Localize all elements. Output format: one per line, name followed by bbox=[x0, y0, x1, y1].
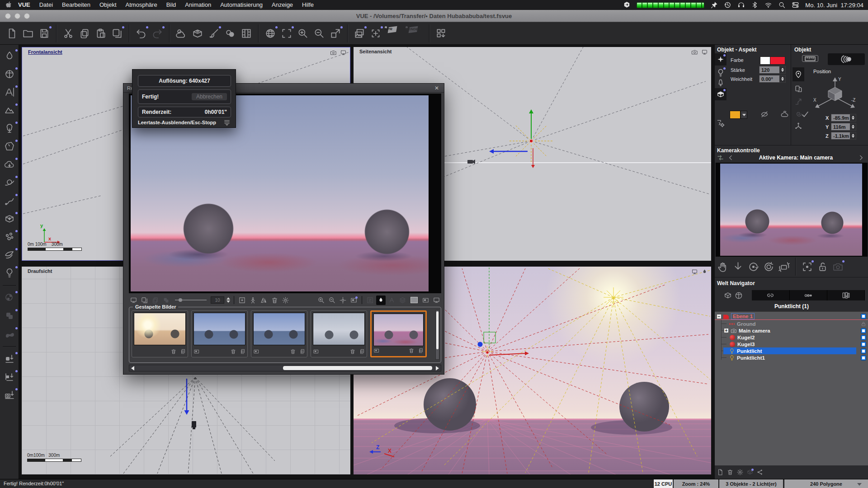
object-editor-icon[interactable] bbox=[189, 25, 206, 42]
softness-field[interactable]: 0.00° bbox=[759, 75, 786, 83]
show-alpha-icon[interactable] bbox=[365, 296, 375, 305]
cloud-layer-icon[interactable] bbox=[3, 158, 16, 171]
show-thumb-icon[interactable] bbox=[252, 348, 260, 356]
cut-icon[interactable] bbox=[60, 25, 76, 42]
animation-wizard-icon[interactable] bbox=[238, 25, 255, 42]
copy-thumb-icon[interactable] bbox=[417, 347, 425, 355]
show-thumb-icon[interactable] bbox=[193, 348, 200, 356]
thumbnail-scrollbar-horizontal[interactable] bbox=[129, 365, 441, 371]
position-tab[interactable] bbox=[793, 67, 804, 81]
visibility-checkbox[interactable] bbox=[861, 342, 866, 347]
background-color-swatch[interactable] bbox=[410, 297, 418, 303]
time-machine-icon[interactable] bbox=[724, 1, 731, 9]
import-object-icon[interactable] bbox=[3, 212, 16, 225]
copy-thumb-icon[interactable] bbox=[358, 348, 366, 356]
previous-camera-icon[interactable] bbox=[727, 154, 735, 162]
tree-item-kugel2[interactable]: Kugel2 bbox=[715, 334, 868, 341]
swap-camera-icon[interactable] bbox=[717, 154, 724, 162]
scale-tab[interactable] bbox=[793, 95, 804, 108]
copy-thumb-icon[interactable] bbox=[239, 348, 246, 356]
copy-thumb-icon[interactable] bbox=[298, 348, 306, 356]
tree-item-label[interactable]: Punktlicht1 bbox=[737, 355, 765, 361]
tree-item-label[interactable]: Kugel2 bbox=[737, 335, 755, 340]
orbit-camera-icon[interactable] bbox=[745, 259, 761, 274]
stacked-image-5-selected[interactable] bbox=[370, 310, 427, 357]
spline-icon[interactable] bbox=[3, 194, 16, 207]
terrain-icon[interactable] bbox=[3, 103, 16, 117]
menu-anzeige[interactable]: Anzeige bbox=[267, 0, 297, 10]
snap-object-icon[interactable] bbox=[3, 370, 16, 384]
zoom-value-field[interactable]: 10 bbox=[211, 296, 224, 304]
tree-item-ground[interactable]: Ground bbox=[715, 320, 868, 327]
intensity-stepper[interactable] bbox=[779, 66, 785, 73]
visibility-checkbox[interactable] bbox=[861, 348, 866, 354]
boolean-op-icon[interactable] bbox=[3, 291, 16, 305]
delete-image-icon[interactable] bbox=[270, 296, 279, 305]
aim-camera-icon[interactable] bbox=[799, 259, 815, 274]
edit-object-icon[interactable] bbox=[745, 468, 755, 477]
copy-image-icon[interactable] bbox=[140, 296, 149, 305]
gizmo-color-dropdown[interactable] bbox=[741, 111, 747, 119]
thumbnail-image[interactable] bbox=[313, 313, 365, 345]
animation-phases-button[interactable] bbox=[828, 53, 865, 65]
cancel-button[interactable]: Abbrechen bbox=[192, 93, 227, 100]
menu-atmosphaere[interactable]: Atmosphäre bbox=[121, 0, 162, 10]
thumbnail-image[interactable] bbox=[193, 313, 245, 345]
visibility-checkbox[interactable] bbox=[861, 328, 866, 333]
show-color-icon[interactable] bbox=[376, 296, 386, 305]
flip-image-icon[interactable] bbox=[259, 296, 269, 305]
position-y-field[interactable]: 116m bbox=[831, 123, 856, 131]
wind-icon[interactable] bbox=[3, 248, 16, 262]
delete-item-icon[interactable] bbox=[726, 468, 735, 477]
rotation-tab[interactable] bbox=[793, 83, 804, 95]
tree-item-label[interactable]: Main camera bbox=[739, 328, 770, 333]
zoom-indicator[interactable]: Zoom : 24% bbox=[673, 479, 718, 488]
metablob-group-icon[interactable] bbox=[3, 327, 16, 341]
delete-thumb-icon[interactable] bbox=[349, 348, 356, 356]
light-gel-tab[interactable] bbox=[715, 76, 726, 89]
tab-links[interactable] bbox=[752, 290, 789, 300]
duplicate-icon[interactable] bbox=[109, 25, 125, 42]
scroll-right-icon[interactable] bbox=[436, 366, 439, 371]
thumbnail-image[interactable] bbox=[373, 314, 424, 346]
npr-render-icon[interactable] bbox=[384, 25, 405, 42]
material-editor-icon[interactable] bbox=[206, 25, 222, 42]
wifi-icon[interactable] bbox=[764, 1, 772, 9]
drop-camera-icon[interactable] bbox=[3, 388, 16, 402]
scroll-left-icon[interactable] bbox=[131, 366, 134, 371]
boolean-intersect-icon[interactable] bbox=[3, 309, 16, 323]
stacked-image-2[interactable] bbox=[191, 310, 248, 357]
expand-toggle[interactable]: + bbox=[724, 328, 729, 333]
tab-objects[interactable] bbox=[715, 290, 752, 300]
show-thumb-icon[interactable] bbox=[312, 348, 320, 356]
fit-image-icon[interactable] bbox=[349, 296, 359, 305]
render-options-icon[interactable] bbox=[405, 25, 425, 42]
zoom-out-icon[interactable] bbox=[327, 296, 337, 305]
open-scene-icon[interactable] bbox=[20, 25, 36, 42]
lock-camera-icon[interactable] bbox=[815, 259, 830, 274]
x-stepper[interactable] bbox=[850, 114, 856, 121]
close-icon[interactable]: ✕ bbox=[433, 85, 440, 91]
visibility-checkbox[interactable] bbox=[861, 335, 866, 340]
rock-icon[interactable] bbox=[3, 140, 16, 153]
fit-view-icon[interactable] bbox=[327, 25, 344, 42]
pan-camera-icon[interactable] bbox=[715, 259, 730, 274]
drop-object-icon[interactable] bbox=[3, 352, 16, 366]
polygon-count[interactable]: 240 Polygone bbox=[784, 479, 868, 488]
tree-item-punktlicht1[interactable]: Punktlicht1 bbox=[715, 354, 868, 361]
new-scene-icon[interactable] bbox=[4, 25, 20, 42]
tree-item-kugel3[interactable]: Kugel3 bbox=[715, 341, 868, 347]
roll-camera-icon[interactable] bbox=[761, 259, 776, 274]
vegetation-icon[interactable] bbox=[3, 122, 16, 135]
viewport-display-options-icon[interactable] bbox=[340, 49, 347, 56]
viewport-camera-toggle-icon[interactable] bbox=[330, 49, 337, 56]
planet-icon[interactable] bbox=[3, 67, 16, 81]
tree-item-label[interactable]: Ground bbox=[737, 321, 756, 327]
apple-menu-icon[interactable] bbox=[5, 0, 14, 9]
position-z-field[interactable]: -1.1km bbox=[831, 132, 856, 140]
material-summary-icon[interactable] bbox=[222, 25, 238, 42]
render-area-icon[interactable] bbox=[278, 25, 295, 42]
save-scene-icon[interactable] bbox=[36, 25, 52, 42]
atmosphere-effect-icon[interactable] bbox=[780, 110, 789, 119]
render-scene-icon[interactable] bbox=[368, 25, 384, 42]
